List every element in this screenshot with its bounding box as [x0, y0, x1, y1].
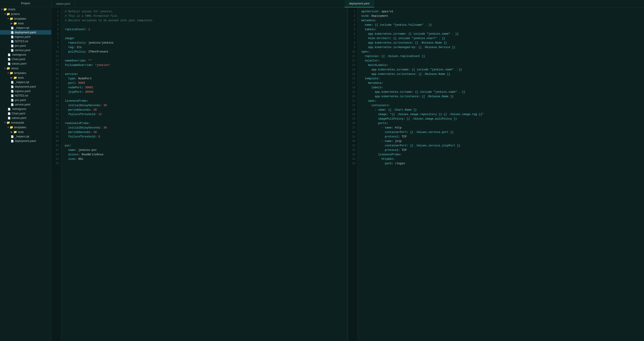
tree-item-deployment-yaml[interactable]: 📄deployment.yaml: [0, 30, 51, 35]
file-icon: 📄: [11, 85, 14, 88]
tree-item-label: templates: [14, 17, 26, 20]
code-line: [65, 161, 348, 166]
tree-item-nexus-deployment[interactable]: 📄deployment.yaml: [0, 84, 51, 89]
code-line: labels:: [361, 27, 644, 32]
chevron-icon: ▾: [4, 121, 6, 124]
right-code-area[interactable]: apiVersion: apps/v1kind: Deploymentmetad…: [358, 7, 644, 341]
tree-item-nexus-templates[interactable]: ▾ 📁templates: [0, 71, 51, 75]
tab-deployment-yaml[interactable]: deployment.yaml: [344, 0, 374, 7]
tree-item-label: tests: [18, 22, 24, 25]
code-line: containers:: [361, 103, 644, 108]
tree-item-helpers-tpl[interactable]: 📄_helpers.tpl: [0, 26, 51, 30]
tree-item-values-yaml[interactable]: 📄values.yaml: [0, 61, 51, 66]
code-line: spec:: [361, 50, 644, 54]
file-icon: 📄: [8, 112, 11, 115]
tree-item-sonarqube-tests[interactable]: ▶ 📁tests: [0, 130, 51, 134]
code-line: access: ReadWriteOnce: [65, 152, 348, 157]
tree-item-pvc-yaml[interactable]: 📄pvc.yaml: [0, 43, 51, 48]
tree-item-nexus-pvc[interactable]: 📄pvc.yaml: [0, 98, 51, 102]
code-line: jnlpPort: 30500: [65, 90, 348, 94]
code-line: app.kubernetes.io/name: {{ include "jenk…: [361, 67, 644, 72]
split-editor: 1234567891011121314151617181920212223242…: [52, 7, 644, 341]
code-line: matchLabels:: [361, 63, 644, 67]
folder-icon: 📁: [10, 17, 13, 20]
code-line: name: {{ include "jenkins.fullname" . }}: [361, 23, 644, 27]
tree-item-helmignore[interactable]: 📄.helmignore: [0, 52, 51, 57]
left-code-area[interactable]: # Default values for jenkins.# This is a…: [61, 7, 348, 341]
file-icon: 📄: [11, 90, 14, 93]
code-line: image:: [65, 36, 348, 41]
file-icon: 📄: [11, 49, 14, 52]
chevron-icon: ▾: [8, 72, 9, 74]
code-line: size: 8Gi: [65, 157, 348, 161]
tree-item-nexus-chart[interactable]: 📄Chart.yaml: [0, 111, 51, 116]
file-icon: 📄: [8, 117, 11, 120]
code-line: initialDelaySeconds: 30: [65, 126, 348, 130]
code-line: path: /login: [361, 161, 644, 166]
code-line: template:: [361, 76, 644, 81]
tree-item-jenkins-templates[interactable]: ▾ 📁templates: [0, 16, 51, 21]
tree-item-label: NOTES.txt: [15, 40, 28, 43]
tree-item-sonarqube[interactable]: ▾ 📁sonarqube: [0, 120, 51, 125]
code-line: kind: Deployment: [361, 14, 644, 18]
file-icon: 📄: [11, 31, 14, 34]
tree-item-label: .helmignore: [12, 53, 26, 56]
tree-item-chart-yaml[interactable]: 📄Chart.yaml: [0, 57, 51, 61]
code-line: app.kubernetes.io/instance: {{ .Release.…: [361, 41, 644, 45]
folder-icon: 📁: [14, 76, 17, 79]
tree-item-service-yaml[interactable]: 📄service.yaml: [0, 48, 51, 52]
tree-item-nexus-notes[interactable]: 📄NOTES.txt: [0, 93, 51, 98]
right-line-numbers: 1234567891011121314151617181920212223242…: [348, 7, 358, 341]
folder-icon: 📁: [6, 121, 10, 124]
right-editor-pane[interactable]: 1234567891011121314151617181920212223242…: [348, 7, 644, 341]
chevron-icon: ▶: [11, 131, 12, 133]
file-icon: 📄: [11, 140, 14, 143]
tree-item-nexus-service[interactable]: 📄service.yaml: [0, 102, 51, 107]
tree-item-notes-txt[interactable]: 📄NOTES.txt: [0, 39, 51, 43]
code-line: containerPort: {{ .Values.service.port }…: [361, 130, 644, 134]
tree-item-jenkins[interactable]: ▾ 📁jenkins: [0, 12, 51, 16]
tree-item-label: values.yaml: [12, 62, 26, 65]
code-line: image: "{{ .Values.image.repository }}:{…: [361, 112, 644, 117]
code-line: spec:: [361, 99, 644, 103]
code-line: [65, 94, 348, 99]
file-icon: 📄: [8, 62, 11, 65]
folder-icon: 📁: [6, 67, 10, 70]
tree-item-nexus[interactable]: ▾ 📁nexus: [0, 66, 51, 71]
left-line-numbers: 1234567891011121314151617181920212223242…: [52, 7, 61, 341]
tree-item-nexus-ingress[interactable]: 📄ingress.yaml: [0, 89, 51, 93]
tab-values-yaml[interactable]: values.yaml: [52, 0, 75, 7]
tree-item-ingress-yaml[interactable]: 📄ingress.yaml: [0, 35, 51, 39]
folder-icon: 📁: [14, 130, 17, 134]
tree-item-nexus-helmignore[interactable]: 📄.helmignore: [0, 107, 51, 111]
chevron-icon: ▾: [4, 67, 6, 69]
folder-icon: 📁: [14, 22, 17, 25]
code-line: metadata:: [361, 81, 644, 85]
code-line: fullnameOverride: "jenkins": [65, 63, 348, 67]
code-line: [65, 139, 348, 143]
tree-item-nexus-tests[interactable]: ▶ 📁tests: [0, 75, 51, 80]
code-line: [65, 32, 348, 36]
tree-item-label: jenkins: [11, 12, 20, 16]
tree-item-nexus-helpers[interactable]: 📄_helpers.tpl: [0, 80, 51, 84]
tree-item-sonarqube-templates[interactable]: ▾ 📁templates: [0, 125, 51, 130]
tree-item-label: deployment.yaml: [15, 139, 36, 143]
code-line: containerPort: {{ .Values.service.jnlpPo…: [361, 143, 644, 148]
code-line: # This is a YAML-formatted file.: [65, 14, 348, 18]
code-line: metadata:: [361, 18, 644, 23]
folder-icon: 📁: [10, 71, 13, 75]
tree-item-jenkins-tests[interactable]: ▶ 📁tests: [0, 21, 51, 26]
tree-item-label: pvc.yaml: [15, 44, 26, 47]
tree-item-label: pvc.yaml: [15, 98, 26, 102]
file-icon: 📄: [11, 35, 14, 38]
tree-item-sonarqube-deployment[interactable]: 📄deployment.yaml: [0, 139, 51, 143]
tree-item-sonarqube-helpers[interactable]: 📄_helpers.tpl: [0, 134, 51, 139]
code-line: initialDelaySeconds: 30: [65, 103, 348, 108]
code-line: nodePort: 30001: [65, 85, 348, 90]
tree-item-label: _helpers.tpl: [15, 135, 29, 138]
chevron-icon: ▾: [4, 13, 6, 15]
code-line: labels:: [361, 85, 644, 90]
tree-item-charts[interactable]: ▾ 📁charts: [0, 7, 51, 12]
tree-item-nexus-values[interactable]: 📄values.yaml: [0, 116, 51, 120]
left-editor-pane[interactable]: 1234567891011121314151617181920212223242…: [52, 7, 348, 341]
